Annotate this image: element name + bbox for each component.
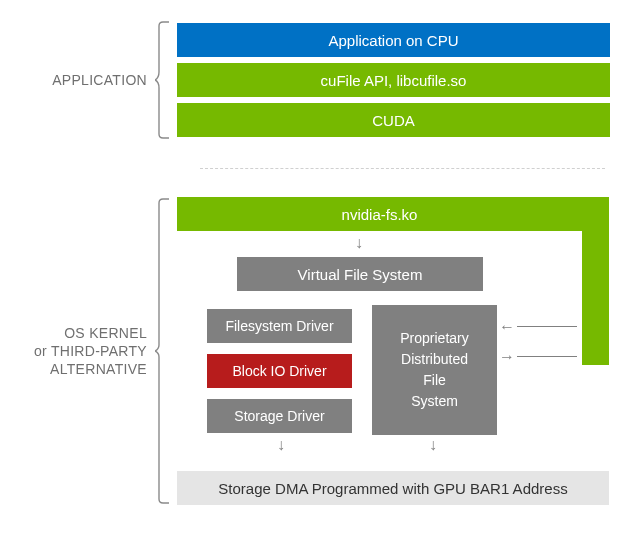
arrow-left-icon: ← <box>499 319 515 335</box>
section-label-application: APPLICATION <box>15 71 147 89</box>
kernel-label-l2: or THIRD-PARTY <box>34 343 147 359</box>
section-label-kernel: OS KERNEL or THIRD-PARTY ALTERNATIVE <box>15 324 147 379</box>
arrow-down-icon: ↓ <box>429 437 437 453</box>
dfs-l1: Proprietary <box>400 328 468 349</box>
layer-cuda: CUDA <box>177 103 610 137</box>
layer-block-io: Block IO Driver <box>207 354 352 388</box>
layer-nvidiafs-side <box>582 197 609 365</box>
layer-storage-driver: Storage Driver <box>207 399 352 433</box>
arrow-down-icon: ↓ <box>355 235 363 251</box>
kernel-label-l3: ALTERNATIVE <box>50 361 147 377</box>
dfs-l4: System <box>411 391 458 412</box>
section-kernel: OS KERNEL or THIRD-PARTY ALTERNATIVE nvi… <box>15 197 610 505</box>
arrow-right-icon: → <box>499 349 515 365</box>
section-application: APPLICATION Application on CPU cuFile AP… <box>15 20 610 140</box>
divider <box>200 168 605 169</box>
bracket-icon <box>155 20 169 140</box>
layer-nvidiafs-label: nvidia-fs.ko <box>177 197 582 231</box>
connector-line <box>517 356 577 357</box>
layer-dfs: Proprietary Distributed File System <box>372 305 497 435</box>
layer-dma: Storage DMA Programmed with GPU BAR1 Add… <box>177 471 609 505</box>
dfs-l3: File <box>423 370 446 391</box>
bracket-icon <box>155 197 169 505</box>
layer-cufile: cuFile API, libcufile.so <box>177 63 610 97</box>
layer-vfs: Virtual File System <box>237 257 483 291</box>
kernel-label-l1: OS KERNEL <box>64 325 147 341</box>
arrow-down-icon: ↓ <box>277 437 285 453</box>
layer-app-cpu: Application on CPU <box>177 23 610 57</box>
dfs-l2: Distributed <box>401 349 468 370</box>
layer-fs-driver: Filesystem Driver <box>207 309 352 343</box>
connector-line <box>517 326 577 327</box>
